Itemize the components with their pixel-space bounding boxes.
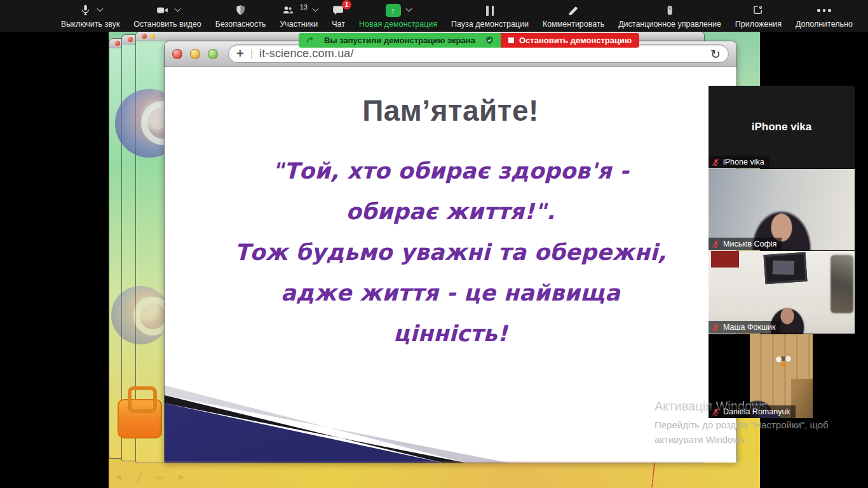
zoom-meeting-screen: Выключить звук Остановить видео Безопасн… xyxy=(0,0,868,488)
share-screen-icon: ↑ xyxy=(386,4,401,17)
zoom-toolbar: Выключить звук Остановить видео Безопасн… xyxy=(0,0,868,32)
participant-name: iPhone vika xyxy=(723,158,764,166)
slide-line: "Той, хто обирає здоров'я - xyxy=(165,151,736,191)
browser-window: + | it-science.com.ua/ ↻ Пам’ятайте! "То… xyxy=(164,41,737,463)
stop-video-label: Остановить видео xyxy=(133,20,201,29)
ceiling-lamp xyxy=(774,355,793,369)
window-close-icon xyxy=(115,41,120,46)
shield-check-icon xyxy=(485,36,494,45)
video-tile-iphone-vika[interactable]: iPhone vika iPhone vika xyxy=(709,86,855,168)
stop-icon xyxy=(508,37,514,43)
tile-center-name: iPhone vika xyxy=(752,121,811,133)
more-button[interactable]: Дополнительно xyxy=(796,4,853,29)
video-tile-myskiv-sofia[interactable]: Миськів Софія xyxy=(709,169,855,250)
chevron-down-icon[interactable] xyxy=(405,6,412,12)
chat-button[interactable]: 1 Чат xyxy=(332,4,345,29)
pause-icon xyxy=(486,6,494,16)
nameplate: Маша Фокшик xyxy=(709,321,780,334)
shared-screen-view: ◄╱▭► + | it-science.com.ua/ ↻ Пам’ятайте xyxy=(109,32,760,488)
chevron-down-icon[interactable] xyxy=(312,6,318,12)
participants-count: 13 xyxy=(300,3,308,11)
chat-unread-badge: 1 xyxy=(342,0,351,10)
participant-name: Маша Фокшик xyxy=(723,323,775,332)
maximize-icon xyxy=(208,49,218,59)
participants-label: Участники xyxy=(280,20,318,29)
remote-control-icon xyxy=(663,4,676,17)
video-tile-daniela-romanyuk[interactable]: Daniela Romanyuk xyxy=(709,334,855,418)
annotate-button[interactable]: Комментировать xyxy=(543,4,604,29)
wall-picture xyxy=(711,251,739,268)
url-text: it-science.com.ua/ xyxy=(259,47,710,60)
more-icon xyxy=(817,9,831,12)
screen-share-banner: Вы запустили демонстрацию экрана Останов… xyxy=(299,33,639,48)
mute-label: Выключить звук xyxy=(61,20,119,29)
mute-button[interactable]: Выключить звук xyxy=(61,4,119,29)
remote-control-button[interactable]: Дистанционное управление xyxy=(618,4,721,29)
mic-muted-icon xyxy=(712,408,720,416)
chevron-down-icon[interactable] xyxy=(97,6,103,12)
window-close-icon xyxy=(142,34,147,39)
slide-line: обирає життя!". xyxy=(165,191,736,232)
chat-label: Чат xyxy=(332,20,345,29)
stop-share-label: Остановить демонстрацию xyxy=(519,36,632,45)
microphone-icon xyxy=(79,4,92,17)
pause-share-label: Пауза демонстрации xyxy=(451,20,529,29)
new-share-button[interactable]: ↑ Новая демонстрация xyxy=(359,4,437,29)
slide-quote: "Той, хто обирає здоров'я - обирає життя… xyxy=(165,151,736,354)
participants-video-panel: iPhone vika iPhone vika Миськів Софія xyxy=(709,86,855,419)
globe-magnifier-art xyxy=(111,286,170,344)
video-camera-icon xyxy=(155,4,170,17)
site-nav-arrows: ◄╱▭► xyxy=(114,472,186,482)
share-arrow-icon xyxy=(305,36,315,45)
share-status-text: Вы запустили демонстрацию экрана xyxy=(324,36,475,45)
apps-button[interactable]: Приложения xyxy=(735,4,782,29)
stop-video-button[interactable]: Остановить видео xyxy=(133,4,201,29)
share-status: Вы запустили демонстрацию экрана xyxy=(299,33,501,48)
minimize-icon xyxy=(190,49,200,59)
participant-name: Миськів Софія xyxy=(723,240,776,248)
stop-share-button[interactable]: Остановить демонстрацию xyxy=(501,33,639,48)
remote-control-label: Дистанционное управление xyxy=(618,20,721,29)
pause-share-button[interactable]: Пауза демонстрации xyxy=(451,4,529,29)
mic-muted-icon xyxy=(712,158,720,166)
mic-muted-icon xyxy=(712,323,720,332)
annotate-label: Комментировать xyxy=(543,20,604,29)
video-tile-masha-fokshyk[interactable]: Маша Фокшик xyxy=(709,251,855,334)
apps-icon xyxy=(752,4,765,17)
close-icon xyxy=(172,49,182,59)
slide-line: цінність! xyxy=(165,313,736,354)
wall-picture xyxy=(763,252,807,284)
nameplate: Daniela Romanyuk xyxy=(709,405,796,418)
window-minimize-icon xyxy=(150,34,155,39)
more-label: Дополнительно xyxy=(796,20,853,29)
slide-line: адже життя - це найвища xyxy=(165,273,736,313)
refresh-icon: ↻ xyxy=(710,47,721,61)
slide-title: Пам’ятайте! xyxy=(165,93,736,128)
slide-line: Тож будьмо уважні та обережні, xyxy=(165,232,736,273)
shield-icon xyxy=(234,4,247,17)
nameplate: Миськів Софія xyxy=(709,238,782,250)
new-tab-icon: + xyxy=(236,46,244,61)
participants-button[interactable]: 13 Участники xyxy=(280,4,318,29)
mic-muted-icon xyxy=(712,240,720,248)
security-button[interactable]: Безопасность xyxy=(215,4,266,29)
new-share-label: Новая демонстрация xyxy=(359,20,437,29)
security-label: Безопасность xyxy=(215,20,266,29)
window-close-icon xyxy=(128,37,133,42)
apps-label: Приложения xyxy=(735,20,782,29)
presentation-slide: Пам’ятайте! "Той, хто обирає здоров'я - … xyxy=(165,67,736,463)
briefcase-art xyxy=(118,399,162,438)
url-separator: | xyxy=(250,48,253,60)
nameplate: iPhone vika xyxy=(709,156,770,168)
pencil-icon xyxy=(567,4,580,17)
participants-icon xyxy=(280,4,295,17)
chevron-down-icon[interactable] xyxy=(175,6,181,12)
participant-name: Daniela Romanyuk xyxy=(723,407,790,416)
wall-picture xyxy=(831,255,853,313)
